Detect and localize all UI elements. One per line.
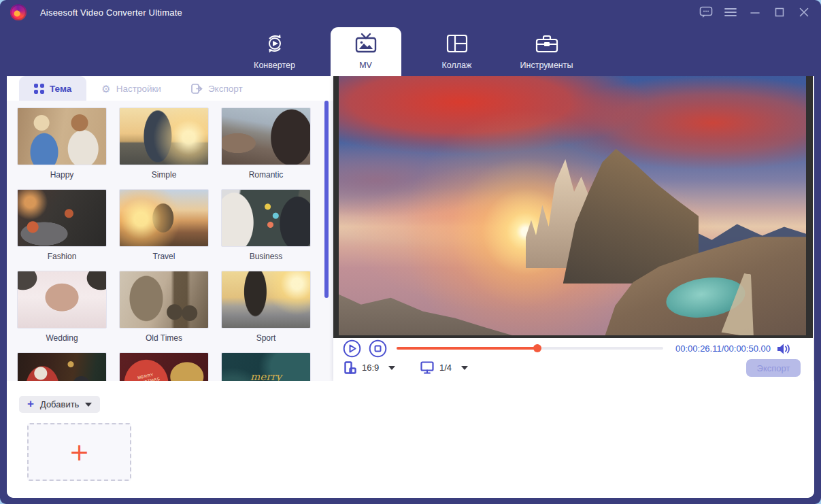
theme-thumbnail (221, 189, 311, 247)
content-card: Тема ⚙ Настройки Экспорт (7, 76, 814, 498)
theme-panel: Тема ⚙ Настройки Экспорт (7, 76, 333, 381)
theme-list: Happy Simple Romantic Fashion (7, 101, 333, 381)
app-window: Aiseesoft Video Converter Ultimate (0, 0, 821, 504)
add-media-dropzone[interactable]: + (27, 423, 131, 481)
theme-thumbnail (17, 352, 107, 381)
app-title: Aiseesoft Video Converter Ultimate (40, 7, 182, 18)
export-button[interactable]: Экспорт (746, 359, 801, 377)
export-arrow-icon (191, 84, 203, 94)
theme-item-fashion[interactable]: Fashion (17, 189, 107, 264)
panel-tab-settings[interactable]: ⚙ Настройки (86, 76, 176, 101)
progress-fill (397, 347, 537, 350)
tab-tools[interactable]: Инструменты (513, 24, 581, 76)
maximize-button[interactable] (772, 5, 787, 20)
plus-icon: + (27, 398, 34, 409)
video-frame (333, 76, 813, 338)
theme-thumbnail (17, 107, 107, 165)
close-button[interactable] (797, 5, 811, 20)
aspect-ratio-icon (344, 361, 356, 374)
theme-label: Wedding (17, 333, 107, 346)
aspect-ratio-selector[interactable]: 16:9 (344, 361, 395, 374)
theme-item-christmas-2[interactable]: MERRY CHRISTMAS (119, 352, 209, 381)
toolbox-icon (535, 33, 558, 54)
feedback-icon[interactable] (699, 5, 714, 20)
theme-thumbnail (17, 271, 107, 329)
theme-item-old-times[interactable]: Old Times (119, 271, 209, 346)
mv-icon (354, 33, 378, 54)
theme-item-christmas-1[interactable] (17, 352, 107, 381)
theme-label: Business (221, 252, 311, 264)
collage-icon (446, 33, 468, 54)
add-media-label: Добавить (40, 399, 79, 409)
chevron-down-icon (461, 366, 468, 370)
panel-tab-export-label: Экспорт (208, 84, 243, 94)
player-controls: 00:00:26.11/00:00:50.00 16:9 (333, 338, 813, 381)
preview-page-value: 1/4 (439, 363, 452, 373)
menu-icon[interactable] (723, 5, 738, 20)
plus-icon: + (69, 440, 89, 465)
preview-panel: 00:00:26.11/00:00:50.00 16:9 (333, 76, 813, 381)
theme-item-simple[interactable]: Simple (119, 107, 209, 182)
settings-gear-icon: ⚙ (101, 84, 110, 94)
media-tray: + Добавить + (7, 381, 814, 498)
thumbnail-art-text: merry (222, 371, 310, 381)
theme-scrollbar[interactable] (324, 101, 329, 298)
volume-icon[interactable] (776, 342, 791, 356)
tab-mv-label: MV (359, 61, 372, 70)
preview-page-selector[interactable]: 1/4 (420, 361, 468, 374)
tab-mv[interactable]: MV (331, 27, 401, 76)
theme-label: Old Times (119, 333, 209, 346)
theme-thumbnail (119, 189, 209, 247)
aspect-ratio-value: 16:9 (362, 363, 379, 373)
panel-tab-export[interactable]: Экспорт (176, 76, 258, 101)
progress-thumb[interactable] (533, 344, 541, 352)
scene-foreground-rocks (339, 278, 586, 335)
video-preview (339, 76, 806, 335)
theme-thumbnail: MERRY CHRISTMAS (119, 352, 209, 381)
theme-item-christmas-3[interactable]: merry (221, 352, 311, 381)
main-nav: Конвертер MV Коллаж (0, 24, 821, 76)
tab-converter[interactable]: Конвертер (241, 24, 309, 76)
tab-collage-label: Коллаж (442, 61, 472, 70)
title-bar: Aiseesoft Video Converter Ultimate (0, 0, 821, 24)
app-logo-icon (10, 4, 27, 20)
monitor-icon (420, 361, 434, 374)
theme-item-sport[interactable]: Sport (221, 271, 311, 346)
tab-collage[interactable]: Коллаж (423, 24, 491, 76)
chevron-down-icon (85, 403, 92, 407)
theme-label: Romantic (221, 170, 311, 182)
theme-thumbnail (119, 271, 209, 329)
theme-label: Sport (221, 333, 311, 346)
play-button[interactable] (343, 339, 361, 358)
theme-label: Simple (119, 170, 209, 182)
panel-tab-settings-label: Настройки (116, 84, 161, 94)
theme-label: Fashion (17, 252, 107, 264)
theme-grid-icon (34, 84, 44, 94)
stop-button[interactable] (369, 339, 387, 358)
panel-tab-theme[interactable]: Тема (19, 76, 86, 101)
theme-thumbnail (221, 271, 311, 329)
theme-thumbnail: merry (221, 352, 311, 381)
theme-item-travel[interactable]: Travel (119, 189, 209, 264)
minimize-button[interactable] (748, 5, 763, 20)
theme-label: Travel (119, 252, 209, 264)
theme-item-romantic[interactable]: Romantic (221, 107, 311, 182)
time-display: 00:00:26.11/00:00:50.00 (675, 343, 771, 354)
add-media-button[interactable]: + Добавить (19, 396, 100, 413)
theme-thumbnail (17, 189, 107, 247)
panel-tab-bar: Тема ⚙ Настройки Экспорт (7, 76, 333, 101)
tab-tools-label: Инструменты (520, 61, 573, 70)
tab-converter-label: Конвертер (254, 61, 295, 70)
theme-thumbnail (119, 107, 209, 165)
panel-tab-theme-label: Тема (50, 84, 71, 94)
theme-item-happy[interactable]: Happy (17, 107, 107, 182)
theme-label: Happy (17, 170, 107, 182)
theme-item-business[interactable]: Business (221, 189, 311, 264)
thumbnail-art-text: MERRY CHRISTMAS (130, 370, 163, 381)
theme-thumbnail (221, 107, 311, 165)
chevron-down-icon (388, 366, 395, 370)
converter-icon (264, 33, 286, 54)
progress-slider[interactable] (397, 347, 663, 350)
theme-item-wedding[interactable]: Wedding (17, 271, 107, 346)
